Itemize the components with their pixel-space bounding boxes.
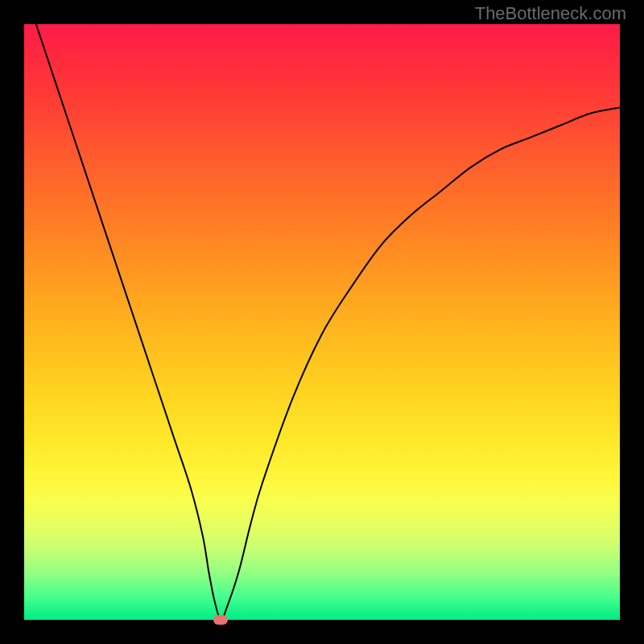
watermark-text: TheBottleneck.com	[475, 3, 626, 24]
bottleneck-curve	[36, 24, 620, 620]
chart-frame: TheBottleneck.com	[0, 0, 644, 644]
curve-svg	[24, 24, 620, 620]
plot-area	[24, 24, 620, 620]
optimum-marker	[213, 615, 228, 625]
